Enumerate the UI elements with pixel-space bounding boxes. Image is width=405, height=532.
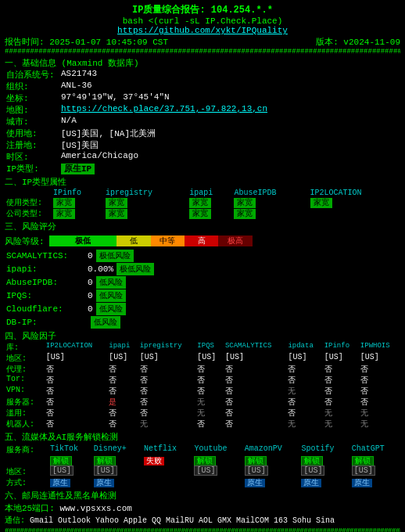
reg-value: [US]美国 — [59, 139, 400, 151]
company-type-ipinfo: 家宽 — [52, 208, 104, 219]
proxy-ipdata: 否 — [286, 364, 322, 375]
usage-type-label: 使用类型: — [5, 197, 52, 208]
region-f-scam: [US] — [224, 353, 287, 364]
vpn-ipinfo: 否 — [323, 386, 359, 397]
hash-line-top: ########################################… — [5, 48, 400, 56]
s-netflix-method — [142, 477, 192, 488]
ipapi-risk-status: 极低风险 — [116, 263, 154, 275]
risk-high: 高 — [185, 235, 218, 246]
col-abuseipdb: AbuseIPDB — [232, 189, 308, 197]
ipapi-risk-score: 0.00% — [88, 264, 113, 274]
s-disney-region: [US] — [92, 466, 142, 477]
s-disney-status: 解锁 — [92, 455, 142, 466]
col-ip2loc: IP2LOCATION — [309, 189, 400, 197]
scamalytics-label: SCAMALYTICS: — [6, 251, 84, 261]
github-link[interactable]: https://github.com/xykt/IPQuality — [117, 26, 288, 35]
s-amazon-name: AmazonPV — [243, 444, 300, 455]
proxy-ipreg: 否 — [138, 364, 196, 375]
proxy-ipapi: 否 — [107, 364, 138, 375]
region-f-ip2loc: [US] — [45, 353, 108, 364]
map-label: 地图: — [5, 104, 59, 116]
city-value: N/A — [59, 116, 400, 128]
s-tiktok-region: [US] — [48, 466, 92, 477]
tor-row: Tor: 否 否 否 否 否 否 否 否 — [5, 375, 400, 386]
abuse-ipapi: 否 — [107, 408, 138, 419]
page-container: IP质量综合报告: 104.254.*.* bash <(curl -sL IP… — [5, 3, 400, 532]
tor-ipinfo: 否 — [323, 375, 359, 386]
tor-ipreg: 否 — [138, 375, 196, 386]
abuse-ipreg: 否 — [138, 408, 196, 419]
usage-type-row: 使用类型: 家宽 家宽 家宽 家宽 家宽 — [5, 197, 400, 208]
tor-ip2loc: 否 — [45, 375, 108, 386]
s-spotify-name: Spotify — [299, 444, 349, 455]
company-type-abuseipdb: 家宽 — [232, 208, 308, 219]
s-amazon-status: 解锁 — [243, 455, 300, 466]
asn-row: 自治系统号: AS21743 — [5, 69, 400, 81]
s-netflix-name: Netflix — [142, 444, 192, 455]
org-row: 组织: ANL-36 — [5, 81, 400, 92]
usage-type-ipinfo: 家宽 — [52, 197, 104, 208]
s-chatgpt-method: 原生 — [350, 477, 400, 488]
region-f-ipwhois: [US] — [359, 353, 400, 364]
risk-items: SCAMALYTICS: 0 极低风险 ipapi: 0.00% 极低风险 Ab… — [6, 250, 400, 329]
abuseipdb-label: AbuseIPDB: — [6, 278, 84, 287]
s-youtube-name: Youtube — [192, 444, 242, 455]
section-streaming-header: 五、流媒体及AI服务解锁检测 — [5, 431, 400, 443]
cloudflare-row: Cloudflare: 0 低风险 — [6, 303, 400, 315]
city-label: 城市: — [5, 116, 59, 128]
server-ipqs: 无 — [195, 397, 224, 408]
asn-label: 自治系统号: — [5, 69, 59, 81]
usage-type-ipregistry: 家宽 — [104, 197, 188, 208]
col-ipinfo: IPinfo — [52, 189, 104, 197]
s-tiktok-status: 解锁 — [48, 455, 92, 466]
col-ipapi: ipapi — [188, 189, 232, 197]
org-label: 组织: — [5, 81, 59, 92]
s-chatgpt-name: ChatGPT — [350, 444, 400, 455]
ip-type-row: IP类型: 原生IP — [5, 163, 400, 174]
abuse-ipdata: 否 — [286, 408, 322, 419]
risk-very-low: 极低 — [49, 235, 117, 246]
section-iptype-header: 二、IP类型属性 — [5, 176, 400, 188]
ipqs-row: IPQS: 0 低风险 — [6, 289, 400, 302]
risk-medium: 中等 — [151, 235, 185, 246]
ip-type-label: IP类型: — [5, 163, 59, 174]
map-row: 地图: https://check.place/37.751,-97.822,1… — [5, 104, 400, 116]
region-factor-row: 地区: [US] [US] [US] [US] [US] [US] [US] [… — [5, 353, 400, 364]
hash-line-bottom: ########################################… — [5, 527, 400, 532]
region-f-ipinfo: [US] — [323, 353, 359, 364]
port-label: 本地25端口: — [5, 504, 55, 513]
asn-value: AS21743 — [59, 69, 400, 81]
tor-ipapi: 否 — [107, 375, 138, 386]
bot-ipwhois: 无 — [359, 419, 400, 430]
server-row: 服务器: 否 是 否 无 否 否 否 否 — [5, 397, 400, 408]
risk-factors-table: 库: IP2LOCATION ipapi ipregistry IPQS SCA… — [5, 342, 400, 430]
tor-label: Tor: — [5, 375, 45, 386]
streaming-table: 服务商: TikTok Disney+ Netflix Youtube Amaz… — [5, 444, 400, 488]
abuseipdb-status: 低风险 — [96, 276, 126, 289]
usage-label: 使用地: — [5, 128, 59, 139]
cloudflare-score: 0 — [88, 304, 93, 314]
s-amazon-region: [US] — [243, 466, 300, 477]
usage-type-ipapi: 家宽 — [188, 197, 232, 208]
scamalytics-score: 0 — [88, 251, 93, 261]
server-scam: 否 — [224, 397, 287, 408]
tor-scam: 否 — [224, 375, 287, 386]
ipqs-status: 低风险 — [96, 289, 126, 302]
tor-ipdata: 否 — [286, 375, 322, 386]
company-type-ip2loc — [309, 208, 400, 219]
vpn-ipwhois: 否 — [359, 386, 400, 397]
map-link[interactable]: https://check.place/37.751,-97.822,13,cn — [59, 104, 400, 116]
cloudflare-label: Cloudflare: — [6, 304, 84, 314]
s-spotify-status: 解锁 — [299, 455, 349, 466]
risk-bar: 极低 低 中等 高 极高 — [49, 235, 253, 246]
cloudflare-status: 低风险 — [96, 303, 126, 315]
s-disney-method: 原生 — [92, 477, 142, 488]
server-label: 服务器: — [5, 397, 45, 408]
ip-type-table: IPinfo ipregistry ipapi AbuseIPDB IP2LOC… — [5, 189, 400, 219]
risk-level-label: 风险等级: — [5, 235, 45, 247]
usage-type-ip2loc: 家宽 — [309, 197, 400, 208]
risk-bar-row: 风险等级: 极低 低 中等 高 极高 — [5, 234, 400, 248]
scamalytics-status: 极低风险 — [96, 250, 134, 262]
col-ipregistry: ipregistry — [104, 189, 188, 197]
s-chatgpt-region: [US] — [350, 466, 400, 477]
